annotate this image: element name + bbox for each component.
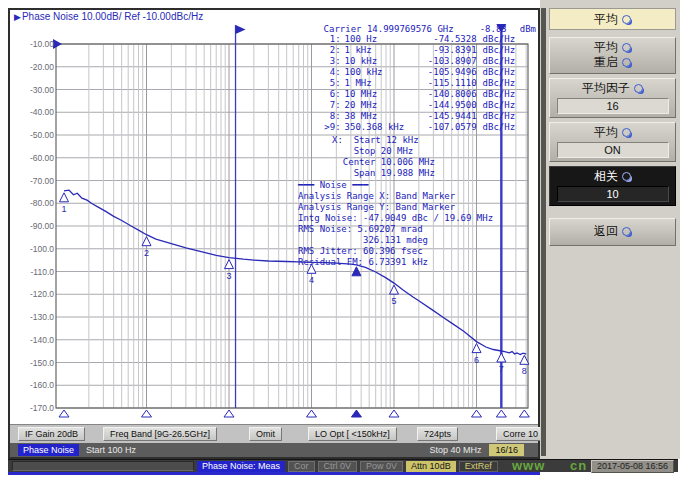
band-range-line: Stop 20 MHz	[332, 146, 435, 157]
trace-marker-number: 1	[61, 204, 66, 214]
trace-header: ▶Phase Noise 10.00dB/ Ref -10.00dBc/Hz	[14, 11, 203, 22]
softkey-label: 重启	[594, 54, 618, 71]
band-start-flag-icon	[236, 25, 246, 34]
setting-button-724pts[interactable]: 724pts	[417, 427, 458, 441]
status-segment-phase-noise-meas[interactable]: Phase Noise: Meas	[197, 461, 285, 472]
status-segment-2017-05-08-16-56: 2017-05-08 16:56	[591, 460, 674, 473]
softkey-value: 16	[557, 98, 669, 114]
marker-readout-row: 8:38 MHz-145.9441dBc/Hz	[324, 111, 536, 122]
softkey-return[interactable]: 返回	[549, 218, 676, 246]
marker-val: -140.8006	[417, 89, 477, 100]
axis-marker-triangle[interactable]	[307, 410, 317, 417]
marker-readout-row: 6:10 MHz-140.8006dBc/Hz	[324, 89, 536, 100]
knob-icon	[622, 43, 631, 52]
softkey-correlation[interactable]: 相关10	[549, 166, 676, 206]
setting-button-if-gain-20db[interactable]: IF Gain 20dB	[18, 427, 85, 441]
axis-marker-triangle[interactable]	[472, 410, 482, 417]
noise-analysis-line: Analysis Range Y: Band Marker	[298, 202, 493, 213]
band-marker-range-block: X: Start 12 kHz Stop 20 MHz Center 10.00…	[332, 135, 435, 179]
trace-marker-triangle[interactable]	[142, 237, 151, 246]
marker-val: -145.9441	[417, 111, 477, 122]
axis-marker-triangle[interactable]	[59, 410, 69, 417]
setting-button-omit[interactable]: Omit	[249, 427, 282, 441]
y-tick-label: -70.00	[12, 176, 54, 186]
marker-val: -107.0579	[417, 122, 477, 133]
softkey-sidebar: 平均 平均重启平均因子16平均ON相关10返回	[540, 0, 680, 459]
marker-freq: 350.368 kHz	[345, 122, 417, 133]
marker-unit: dBc/Hz	[483, 56, 525, 67]
status-segment-ctrl-0v: Ctrl 0V	[318, 461, 358, 472]
knob-icon	[622, 15, 631, 24]
status-segment-pow-0v: Pow 0V	[360, 461, 403, 472]
noise-analysis-line: Intg Noise: -47.9049 dBc / 19.69 MHz	[298, 213, 493, 224]
measurement-settings-bar: IF Gain 20dBFreq Band [9G-26.5GHz]OmitLO…	[10, 424, 538, 443]
y-tick-label: -10.00	[12, 39, 54, 49]
trace-marker-triangle[interactable]	[60, 193, 69, 202]
marker-val: -103.8907	[417, 56, 477, 67]
softkey-menu-title-label: 平均	[594, 11, 618, 28]
trace-marker-triangle[interactable]	[225, 260, 234, 269]
marker-readout-row: 2:1 kHz-93.8391dBc/Hz	[324, 45, 536, 56]
softkey-average-factor[interactable]: 平均因子16	[549, 78, 676, 118]
status-segment-extref: ExtRef	[459, 461, 498, 472]
axis-marker-triangle[interactable]	[224, 410, 234, 417]
marker-freq: 10 MHz	[345, 89, 417, 100]
axis-marker-triangle[interactable]	[519, 410, 529, 417]
trace-marker-number: 7	[499, 364, 504, 374]
band-range-line: X: Start 12 kHz	[332, 135, 435, 146]
marker-freq: 100 Hz	[345, 34, 417, 45]
trace-marker-number: 5	[391, 296, 396, 306]
marker-id: 7:	[324, 100, 341, 111]
marker-id: 4:	[324, 67, 341, 78]
axis-marker-triangle[interactable]	[496, 410, 506, 417]
marker-readout: Carrier 14.999769576 GHz-8.83dBm 1:100 H…	[324, 23, 536, 133]
trace-marker-number: 8	[522, 366, 527, 376]
band-range-line: Span 19.988 MHz	[332, 168, 435, 179]
noise-analysis-line: RMS Noise: 5.69207 mrad	[298, 224, 493, 235]
axis-marker-triangle[interactable]	[142, 410, 152, 417]
marker-freq: 1 kHz	[345, 45, 417, 56]
marker-table: 1:100 Hz-74.5328dBc/Hz2:1 kHz-93.8391dBc…	[324, 34, 536, 133]
y-tick-label: -160.0	[12, 380, 54, 390]
marker-unit: dBc/Hz	[483, 67, 525, 78]
axis-marker-triangle[interactable]	[389, 410, 399, 417]
noise-analysis-line: 326.131 mdeg	[298, 235, 493, 246]
carrier-label: Carrier	[324, 24, 362, 34]
marker-readout-row: 5:1 MHz-115.1110dBc/Hz	[324, 78, 536, 89]
marker-id: 1:	[324, 34, 341, 45]
marker-readout-row: 4:100 kHz-105.9496dBc/Hz	[324, 67, 536, 78]
softkey-value: 10	[557, 186, 669, 202]
trace-marker-triangle[interactable]	[497, 353, 506, 362]
setting-button-lo-opt-150khz[interactable]: LO Opt [ <150kHz]	[308, 427, 397, 441]
start-frequency-label: Start 100 Hz	[86, 445, 136, 455]
marker-val: -74.5328	[417, 34, 477, 45]
phase-noise-plot[interactable]: 12345678 ▶Phase Noise 10.00dB/ Ref -10.0…	[10, 10, 538, 424]
setting-button-freq-band-9g-26-5ghz[interactable]: Freq Band [9G-26.5GHz]	[103, 427, 217, 441]
trace-marker-triangle[interactable]	[390, 285, 399, 294]
y-tick-label: -120.0	[12, 289, 54, 299]
setting-button-corre-10[interactable]: Corre 10	[496, 427, 545, 441]
marker-id: 6:	[324, 89, 341, 100]
y-tick-label: -100.0	[12, 244, 54, 254]
trace-marker-number: 3	[226, 271, 231, 281]
stop-frequency-label: Stop 40 MHz	[429, 445, 481, 455]
status-segment-attn-10db: Attn 10dB	[406, 461, 456, 472]
noise-analysis-line: ━━━ Noise ━━━	[298, 180, 493, 191]
marker-val: -105.9496	[417, 67, 477, 78]
message-area	[12, 461, 194, 471]
axis-marker-triangle[interactable]	[351, 410, 361, 417]
softkey-label: 相关	[594, 168, 618, 185]
softkey-average-restart[interactable]: 平均重启	[549, 37, 676, 74]
noise-analysis-block: ━━━ Noise ━━━Analysis Range X: Band Mark…	[298, 180, 493, 268]
knob-icon	[622, 172, 631, 181]
trace-arrow-icon: ▶	[14, 12, 21, 22]
softkey-value: ON	[557, 142, 669, 158]
trace-marker-triangle[interactable]	[472, 344, 481, 353]
mode-tab-phase-noise[interactable]: Phase Noise	[18, 444, 79, 456]
knob-icon	[622, 128, 631, 137]
y-tick-label: -140.0	[12, 335, 54, 345]
watermark-text-1: www	[512, 458, 545, 473]
marker-unit: dBc/Hz	[483, 89, 525, 100]
softkey-average-on-off[interactable]: 平均ON	[549, 122, 676, 162]
marker-readout-row: 7:20 MHz-144.9500dBc/Hz	[324, 100, 536, 111]
